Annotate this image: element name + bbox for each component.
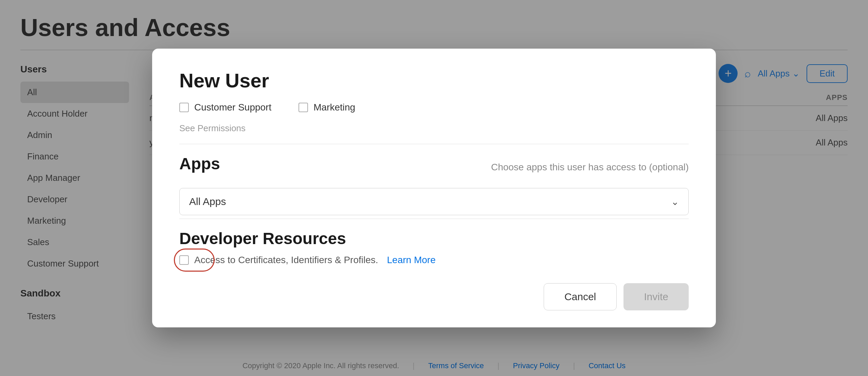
modal-header: New User — [152, 49, 716, 102]
dev-resources-label: Access to Certificates, Identifiers & Pr… — [194, 255, 378, 266]
apps-optional-text: Choose apps this user has access to (opt… — [491, 162, 689, 173]
top-checkboxes-group: Customer Support Marketing — [179, 102, 689, 113]
apps-dropdown[interactable]: All Apps ⌄ — [179, 188, 689, 215]
dev-resources-checkbox[interactable] — [179, 255, 189, 265]
developer-resources-section: Developer Resources Access to Certificat… — [179, 229, 689, 266]
see-permissions-link[interactable]: See Permissions — [179, 123, 689, 134]
modal-body: Customer Support Marketing See Permissio… — [152, 102, 716, 273]
marketing-checkbox[interactable] — [299, 103, 308, 112]
section-divider-1 — [179, 144, 689, 144]
dev-resources-row: Access to Certificates, Identifiers & Pr… — [179, 255, 689, 266]
new-user-modal: New User Customer Support Marketing See … — [152, 49, 716, 327]
dev-checkbox-wrap: Access to Certificates, Identifiers & Pr… — [179, 255, 378, 266]
learn-more-link[interactable]: Learn More — [387, 255, 436, 266]
modal-body-spacer — [179, 266, 689, 273]
modal-footer: Cancel Invite — [152, 273, 716, 327]
chevron-down-icon: ⌄ — [671, 196, 679, 207]
apps-section-title: Apps — [179, 154, 220, 173]
marketing-label: Marketing — [313, 102, 355, 113]
customer-support-label: Customer Support — [194, 102, 271, 113]
section-divider-2 — [179, 219, 689, 219]
apps-dropdown-value: All Apps — [189, 196, 226, 207]
invite-button[interactable]: Invite — [623, 283, 689, 310]
apps-section-header: Apps Choose apps this user has access to… — [179, 154, 689, 180]
cancel-button[interactable]: Cancel — [544, 283, 617, 310]
marketing-checkbox-row: Marketing — [299, 102, 355, 113]
dev-resources-title: Developer Resources — [179, 229, 689, 248]
customer-support-checkbox[interactable] — [179, 103, 189, 112]
customer-support-checkbox-row: Customer Support — [179, 102, 271, 113]
modal-title: New User — [179, 69, 689, 92]
